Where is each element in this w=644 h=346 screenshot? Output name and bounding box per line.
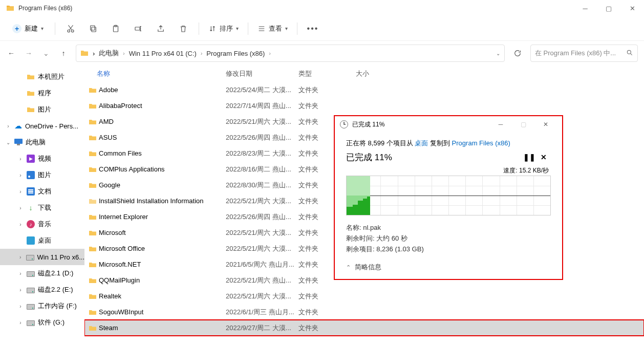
tree-item-label: 磁盘2.2 (E:)	[38, 285, 73, 294]
file-row[interactable]: AlibabaProtect2022/7/14/周四 燕山...文件夹	[84, 98, 644, 114]
sort-icon	[208, 25, 217, 33]
file-type: 文件夹	[298, 85, 356, 95]
address-dropdown[interactable]: ⌄	[496, 51, 500, 56]
sort-label: 排序	[220, 24, 233, 33]
tree-item[interactable]: ›磁盘2.1 (D:)	[0, 265, 84, 282]
expand-icon[interactable]: ⌄	[5, 140, 11, 145]
file-date: 2021/6/5/周六 燕山月...	[226, 260, 298, 269]
paste-button[interactable]	[105, 19, 126, 38]
share-button[interactable]	[151, 19, 171, 38]
tree-item[interactable]: ›图片	[0, 167, 84, 183]
tree-item[interactable]: ›☁OneDrive - Pers...	[0, 118, 84, 134]
source-link[interactable]: 桌面	[415, 139, 428, 147]
tree-item[interactable]: ›♪音乐	[0, 216, 84, 232]
file-date: 2022/8/23/周二 大漠...	[226, 149, 298, 158]
expand-icon[interactable]: ›	[17, 271, 24, 276]
separator	[248, 23, 248, 35]
more-button[interactable]: •••	[303, 19, 323, 38]
up-button[interactable]: ↑	[58, 49, 69, 57]
tree-item[interactable]: ›文档	[0, 183, 84, 200]
folder-icon	[89, 276, 99, 285]
file-name: Microsoft.NET	[99, 261, 226, 268]
minimize-button[interactable]: ─	[573, 0, 597, 16]
expand-icon[interactable]: ›	[17, 304, 24, 309]
file-date: 2022/5/21/周六 大漠...	[226, 197, 298, 206]
nav-arrows: ← → ⌄ ↑	[6, 49, 69, 57]
folder-icon	[89, 213, 99, 221]
copy-button[interactable]	[83, 19, 103, 38]
dialog-close-button[interactable]: ✕	[534, 117, 557, 132]
sort-button[interactable]: 排序 ▾	[204, 21, 243, 36]
rename-button[interactable]	[128, 19, 148, 38]
file-row[interactable]: Realtek2022/5/21/周六 大漠...文件夹	[84, 288, 644, 304]
tree-item[interactable]: 本机照片	[0, 69, 84, 85]
dialog-maximize-button[interactable]: ▢	[512, 117, 534, 132]
column-name[interactable]: 名称	[97, 69, 226, 78]
column-date[interactable]: 修改日期	[226, 69, 298, 78]
tree-item[interactable]: 程序	[0, 85, 84, 101]
file-date: 2022/5/21/周六 大漠...	[226, 228, 298, 237]
expand-icon[interactable]: ›	[17, 254, 23, 260]
cut-button[interactable]	[60, 19, 81, 38]
column-headers[interactable]: 名称 修改日期 类型 大小	[84, 66, 644, 82]
expand-icon[interactable]: ›	[17, 320, 24, 326]
new-label: 新建	[25, 24, 38, 33]
close-button[interactable]: ✕	[620, 0, 644, 16]
details-toggle[interactable]: ⌃ 简略信息	[346, 263, 551, 272]
file-date: 2022/7/14/周四 燕山...	[226, 101, 298, 111]
column-size[interactable]: 大小	[356, 69, 397, 78]
cancel-button[interactable]: ✕	[536, 150, 551, 164]
maximize-button[interactable]: ▢	[597, 0, 620, 16]
separator	[55, 23, 55, 35]
file-date: 2022/5/21/周六 大漠...	[226, 292, 298, 301]
refresh-button[interactable]	[509, 45, 526, 62]
address-bar[interactable]: › 此电脑› Win 11 Pro x64 01 (C:)› Program F…	[76, 45, 505, 62]
dest-link[interactable]: Program Files (x86)	[452, 139, 510, 147]
breadcrumb[interactable]: 此电脑›	[99, 49, 124, 58]
pause-button[interactable]: ❚❚	[522, 150, 536, 164]
back-button[interactable]: ←	[6, 49, 16, 57]
new-button[interactable]: + 新建 ▾	[6, 21, 50, 36]
dialog-minimize-button[interactable]: ─	[489, 117, 512, 132]
expand-icon[interactable]: ›	[17, 172, 24, 178]
tree-item[interactable]: ›磁盘2.2 (E:)	[0, 282, 84, 298]
file-date: 2022/5/24/周二 大漠...	[226, 85, 298, 95]
column-type[interactable]: 类型	[298, 69, 356, 78]
sidebar-tree[interactable]: 本机照片程序图片›☁OneDrive - Pers...⌄此电脑›▶视频›图片›…	[0, 66, 84, 346]
file-row[interactable]: Adobe2022/5/24/周二 大漠...文件夹	[84, 82, 644, 98]
file-date: 2022/5/21/周六 大漠...	[226, 117, 298, 126]
file-name: COMPlus Applications	[99, 165, 226, 173]
expand-icon[interactable]: ›	[17, 189, 24, 194]
tree-item[interactable]: ›工作内容 (F:)	[0, 298, 84, 314]
dialog-headline: 已完成 11%	[346, 152, 522, 163]
tree-item[interactable]: ›↓下载	[0, 200, 84, 216]
tree-item[interactable]: ›Win 11 Pro x6...	[0, 249, 84, 265]
folder-icon	[89, 245, 99, 253]
tree-item[interactable]: ⌄此电脑	[0, 134, 84, 150]
file-name: ASUS	[99, 134, 226, 141]
expand-icon[interactable]: ›	[5, 123, 11, 129]
file-row[interactable]: Steam2022/9/27/周二 大漠...文件夹	[84, 320, 644, 336]
tree-item[interactable]: ›软件 (G:)	[0, 314, 84, 331]
file-row[interactable]: SogouWBInput2022/6/1/周三 燕山月...文件夹	[84, 304, 644, 320]
expand-icon[interactable]: ›	[17, 205, 24, 211]
tree-item[interactable]: 桌面	[0, 232, 84, 249]
tree-item[interactable]: ›▶视频	[0, 150, 84, 167]
search-input[interactable]: 在 Program Files (x86) 中...	[530, 45, 638, 62]
delete-button[interactable]	[173, 19, 194, 38]
forward-button[interactable]: →	[24, 49, 34, 57]
recent-dropdown[interactable]: ⌄	[41, 49, 51, 57]
breadcrumb[interactable]: Program Files (x86)›	[206, 50, 270, 57]
expand-icon[interactable]: ›	[17, 222, 24, 227]
view-button[interactable]: 查看 ▾	[253, 21, 292, 36]
tree-item-label: 磁盘2.1 (D:)	[38, 269, 73, 278]
tree-item-label: OneDrive - Pers...	[25, 122, 78, 130]
view-label: 查看	[269, 24, 282, 33]
tree-item[interactable]: 图片	[0, 101, 84, 118]
expand-icon[interactable]: ›	[17, 156, 24, 162]
file-name: SogouWBInput	[99, 308, 226, 316]
breadcrumb[interactable]: Win 11 Pro x64 01 (C:)›	[129, 50, 203, 57]
chevron-up-icon: ⌃	[346, 264, 351, 271]
expand-icon[interactable]: ›	[17, 287, 24, 293]
toolbar: + 新建 ▾ 排序 ▾ 查看 ▾ •••	[0, 16, 644, 41]
